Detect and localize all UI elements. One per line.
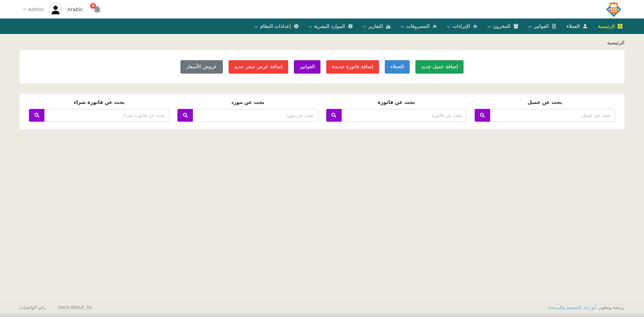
nav-item-label: التقارير (368, 24, 383, 29)
nav-item-customers[interactable]: العملاء (562, 18, 593, 34)
footer-credit: برمجة وتطوير أبو رغد للتصميم والبرمجة (548, 305, 624, 310)
dashboard-icon (617, 24, 623, 29)
chevron-down-icon (23, 7, 27, 10)
search-supplier-group (177, 109, 318, 122)
footer: برمجة وتطوير أبو رغد للتصميم والبرمجة ba… (0, 300, 644, 314)
search-icon (479, 112, 485, 118)
person-silhouette-icon (49, 3, 62, 15)
search-supplier-col: بحث عن مورد (177, 100, 318, 122)
search-supplier-button[interactable] (177, 109, 193, 122)
gear-icon (348, 24, 353, 29)
nav-item-home[interactable]: الرئيسية (593, 18, 628, 34)
add-invoice-button[interactable]: إضافة فاتورة جديدة (326, 60, 379, 74)
search-icon (182, 112, 188, 118)
credit-prefix: برمجة وتطوير (598, 305, 624, 310)
invoices-button[interactable]: الفواتير (294, 60, 320, 74)
top-bar: 0 Arabic Admin (0, 0, 644, 18)
gear-icon (294, 24, 299, 29)
search-customer-input[interactable] (490, 109, 615, 122)
double-chevron-up-icon (432, 24, 437, 29)
admin-label: Admin (28, 7, 44, 12)
calculator-diamond-logo-icon (603, 1, 624, 18)
nav-item-system-settings[interactable]: إعدادات النظام (250, 18, 304, 34)
invoices-icon (551, 24, 556, 29)
bottom-strip (0, 314, 644, 317)
page: 0 Arabic Admin الرئيسية (0, 0, 644, 317)
developer-link[interactable]: أبو رغد للتصميم والبرمجة (548, 305, 596, 310)
app-logo[interactable] (603, 1, 624, 18)
search-invoice-label: بحث عن فاتورة (326, 100, 467, 105)
search-supplier-input[interactable] (193, 109, 318, 122)
search-icon (331, 112, 337, 118)
chevron-down-icon (401, 24, 404, 28)
nav-item-label: الإيرادات (452, 24, 470, 29)
search-customer-label: بحث عن عميل (475, 100, 615, 105)
chevron-down-icon (363, 24, 366, 28)
nav-item-invoices[interactable]: الفواتير (524, 18, 562, 34)
chevron-down-icon (529, 24, 532, 28)
nav-item-label: العملاء (567, 24, 580, 29)
notification-count-badge: 0 (90, 3, 96, 9)
search-customer-group (475, 109, 615, 122)
search-supplier-label: بحث عن مورد (177, 100, 318, 105)
customers-icon (582, 24, 588, 29)
search-purchase-invoice-group (29, 109, 169, 122)
search-purchase-invoice-input[interactable] (44, 109, 169, 122)
about-us-link[interactable]: back.About_Us (58, 305, 92, 310)
user-avatar[interactable] (49, 3, 62, 16)
double-chevron-up-icon (473, 24, 478, 29)
search-invoice-input[interactable] (342, 109, 467, 122)
nav-item-label: المصروفات (406, 24, 429, 29)
nav-item-label: الرئيسية (598, 24, 615, 29)
store-icon (513, 24, 519, 29)
chevron-down-icon (487, 24, 491, 28)
nav-item-expenses[interactable]: المصروفات (396, 18, 442, 34)
add-quotation-button[interactable]: إضافة عرض سعر جديد (229, 60, 289, 74)
search-customer-button[interactable] (475, 109, 490, 122)
search-purchase-invoice-button[interactable] (29, 109, 44, 122)
search-icon (34, 112, 40, 118)
nav-item-label: إعدادات النظام (260, 24, 291, 29)
search-invoice-col: بحث عن فاتورة (326, 100, 467, 122)
search-invoice-button[interactable] (326, 109, 342, 122)
admin-dropdown[interactable]: Admin (24, 7, 44, 12)
search-purchase-invoice-col: بحث عن فاتورة شراء (29, 100, 169, 122)
nav-item-label: الفواتير (534, 24, 549, 29)
nav-item-inventory[interactable]: المخزون (483, 18, 524, 34)
quotations-button[interactable]: عروض الأسعار (180, 60, 223, 74)
nav-item-revenues[interactable]: الإيرادات (442, 18, 483, 34)
nav-item-reports[interactable]: التقارير (358, 18, 396, 34)
search-panel-card: بحث عن عميل بحث عن فاتورة (20, 94, 624, 130)
search-purchase-invoice-label: بحث عن فاتورة شراء (29, 100, 169, 105)
quick-actions-card: إضافة عميل جديد العملاء إضافة فاتورة جدي… (20, 50, 624, 84)
main-navbar: الرئيسية العملاء الفواتير المخزون (0, 18, 644, 34)
customers-button[interactable]: العملاء (385, 60, 410, 74)
language-switcher[interactable]: Arabic (67, 7, 83, 12)
chevron-down-icon (255, 24, 258, 28)
nav-item-label: الموارد البشرية (314, 24, 345, 29)
page-title: الرئيسية (0, 34, 644, 46)
chevron-down-icon (308, 24, 312, 28)
whatsapp-number-link[interactable]: رقم الواتساب (20, 305, 45, 310)
footer-links: back.About_Us رقم الواتساب (20, 305, 92, 310)
search-invoice-group (326, 109, 467, 122)
notifications-bell[interactable]: 0 (93, 5, 102, 14)
bar-chart-icon (385, 24, 391, 29)
user-area: 0 Arabic Admin (24, 3, 102, 16)
chevron-down-icon (447, 24, 450, 28)
search-customer-col: بحث عن عميل (475, 100, 615, 122)
main-content: الرئيسية إضافة عميل جديد العملاء إضافة ف… (0, 34, 644, 300)
nav-item-hr[interactable]: الموارد البشرية (304, 18, 358, 34)
nav-item-label: المخزون (493, 24, 510, 29)
add-customer-button[interactable]: إضافة عميل جديد (415, 60, 464, 74)
